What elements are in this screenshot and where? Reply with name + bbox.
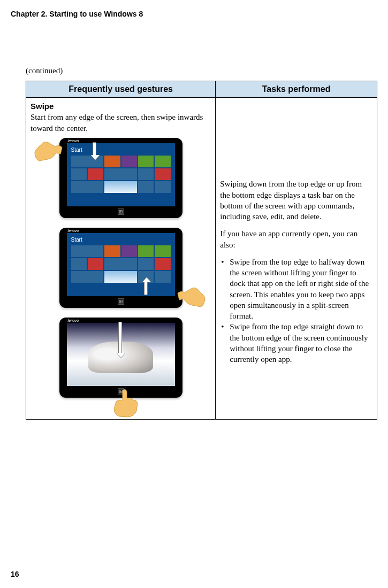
home-button-icon xyxy=(118,298,124,305)
tablet-illustration-close-swipe: lenovo xyxy=(59,318,182,398)
continued-label: (continued) xyxy=(26,66,377,75)
chapter-heading: Chapter 2. Starting to use Windows 8 xyxy=(11,10,377,18)
hand-icon xyxy=(33,137,65,166)
start-label: Start xyxy=(71,146,175,154)
arrow-down-icon xyxy=(93,142,96,156)
home-button-icon xyxy=(118,208,124,215)
task-bullet-2: Swipe from the top edge straight down to… xyxy=(220,321,372,365)
tablet-illustration-top-swipe: lenovo Start xyxy=(59,138,182,218)
arrow-down-icon xyxy=(118,322,122,354)
gesture-name: Swipe xyxy=(31,101,211,112)
header-tasks: Tasks performed xyxy=(216,81,377,98)
gesture-description: Start from any edge of the screen, then … xyxy=(31,112,211,134)
task-bullet-1: Swipe from the top edge to halfway down … xyxy=(220,257,372,322)
hand-icon xyxy=(109,389,141,418)
page-number: 16 xyxy=(11,570,19,578)
tablet-illustrations: lenovo Start xyxy=(31,138,211,414)
task-paragraph-1: Swiping down from the top edge or up fro… xyxy=(220,179,372,222)
hand-icon xyxy=(175,283,207,312)
header-gestures: Frequently used gestures xyxy=(26,81,216,98)
cell-tasks-swipe: Swiping down from the top edge or up fro… xyxy=(216,98,377,420)
cell-gesture-swipe: Swipe Start from any edge of the screen,… xyxy=(26,98,216,420)
start-label: Start xyxy=(71,236,175,244)
tablet-illustration-bottom-swipe: lenovo Start xyxy=(59,228,182,308)
arrow-up-icon xyxy=(144,281,148,295)
gestures-table: Frequently used gestures Tasks performed… xyxy=(26,81,377,420)
task-paragraph-2: If you have an app currently open, you c… xyxy=(220,228,372,250)
